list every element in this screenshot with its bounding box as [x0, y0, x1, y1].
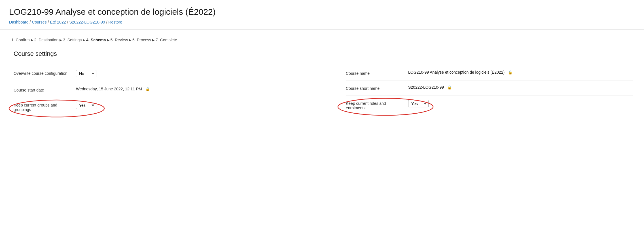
right-column: Course name LOG210-99 Analyse et concept… [323, 65, 633, 116]
overwrite-config-label: Overwrite course configuration [14, 70, 76, 76]
step-3: 3. Settings [63, 38, 82, 42]
keep-groups-label: Keep current groups and groupings [14, 102, 76, 112]
step-arrow-5: ▶ [129, 38, 131, 42]
keep-roles-row: Keep current roles and enrolments Yes No [346, 95, 633, 115]
header: LOG210-99 Analyse et conception de logic… [0, 0, 644, 30]
breadcrumb-dashboard[interactable]: Dashboard [9, 20, 29, 24]
course-short-name-value: S20222-LOG210-99 🔒 [408, 85, 452, 90]
step-5: 5. Review [111, 38, 128, 42]
step-arrow-1: ▶ [31, 38, 33, 42]
step-arrow-3: ▶ [83, 38, 85, 42]
course-start-date-label: Course start date [14, 87, 76, 92]
step-arrow-2: ▶ [60, 38, 62, 42]
lock-icon: 🔒 [145, 87, 150, 91]
lock-icon-course-name: 🔒 [508, 70, 512, 75]
course-start-date-text: Wednesday, 15 June 2022, 12:11 PM [76, 87, 142, 91]
keep-roles-select[interactable]: Yes No [408, 100, 429, 107]
course-name-text: LOG210-99 Analyse et conception de logic… [408, 70, 505, 75]
keep-groups-value: Yes No [76, 102, 96, 109]
breadcrumb-ete2022[interactable]: Été 2022 [50, 20, 66, 24]
main-content: 1. Confirm ▶ 2. Destination ▶ 3. Setting… [0, 30, 644, 124]
step-arrow-4: ▶ [107, 38, 109, 42]
steps-nav: 1. Confirm ▶ 2. Destination ▶ 3. Setting… [11, 38, 633, 42]
course-name-row: Course name LOG210-99 Analyse et concept… [346, 65, 633, 80]
step-4: 4. Schema [86, 38, 106, 42]
breadcrumb-restore[interactable]: Restore [108, 20, 122, 24]
keep-roles-label: Keep current roles and enrolments [346, 100, 408, 110]
step-1: 1. Confirm [11, 38, 30, 42]
course-short-name-label: Course short name [346, 85, 408, 91]
keep-groups-select[interactable]: Yes No [76, 102, 96, 109]
course-name-value: LOG210-99 Analyse et conception de logic… [408, 70, 512, 75]
breadcrumb-courses[interactable]: Courses [32, 20, 46, 24]
course-start-date-value: Wednesday, 15 June 2022, 12:11 PM 🔒 [76, 87, 150, 91]
course-short-name-text: S20222-LOG210-99 [408, 85, 444, 90]
course-name-label: Course name [346, 70, 408, 76]
step-6: 6. Process [132, 38, 151, 42]
section-title: Course settings [11, 50, 633, 58]
course-start-date-row: Course start date Wednesday, 15 June 202… [14, 82, 306, 97]
breadcrumb: Dashboard / Courses / Été 2022 / S20222-… [9, 20, 635, 24]
step-7: 7. Complete [156, 38, 177, 42]
course-short-name-row: Course short name S20222-LOG210-99 🔒 [346, 80, 633, 95]
keep-roles-value: Yes No [408, 100, 429, 107]
page-title: LOG210-99 Analyse et conception de logic… [9, 7, 635, 17]
overwrite-config-row: Overwrite course configuration No Yes [14, 65, 306, 82]
left-column: Overwrite course configuration No Yes Co… [14, 65, 323, 116]
step-arrow-6: ▶ [152, 38, 154, 42]
overwrite-config-select[interactable]: No Yes [76, 70, 96, 77]
lock-icon-short-name: 🔒 [447, 85, 452, 90]
overwrite-config-value: No Yes [76, 70, 96, 77]
breadcrumb-s20222[interactable]: S20222-LOG210-99 [69, 20, 105, 24]
step-2: 2. Destination [34, 38, 59, 42]
keep-groups-row: Keep current groups and groupings Yes No [14, 97, 306, 116]
